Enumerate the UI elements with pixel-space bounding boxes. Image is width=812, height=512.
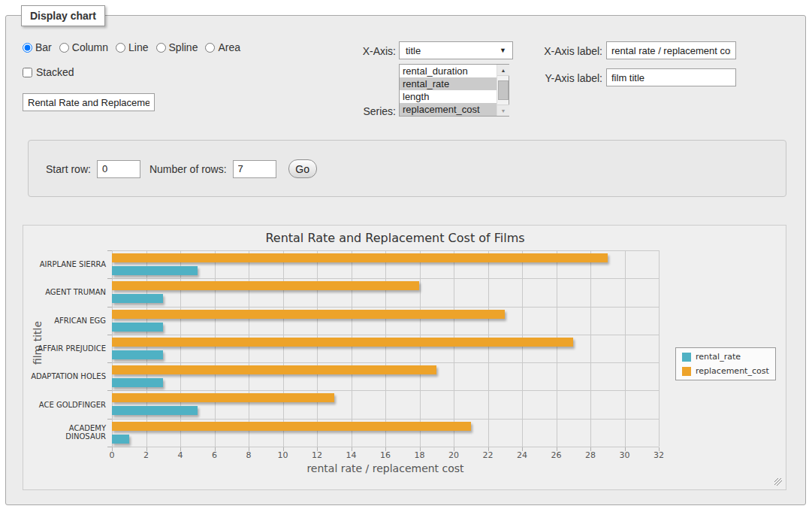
gridline — [112, 447, 659, 447]
bar-replacement_cost[interactable] — [112, 281, 419, 290]
go-button[interactable]: Go — [288, 159, 317, 178]
chart-type-option-spline[interactable]: Spline — [156, 41, 198, 53]
scroll-down-icon[interactable]: ▼ — [497, 105, 509, 116]
bar-rental_rate[interactable] — [112, 323, 163, 332]
bar-replacement_cost[interactable] — [112, 253, 608, 262]
legend-item-rental_rate[interactable]: rental_rate — [682, 352, 769, 362]
x-tick-label: 10 — [278, 450, 288, 460]
x-axis-label-input[interactable] — [606, 41, 736, 59]
series-listbox-label: Series: — [342, 105, 396, 117]
radio-label: Area — [218, 41, 240, 53]
bar-replacement_cost[interactable] — [112, 393, 334, 402]
bar-replacement_cost[interactable] — [112, 310, 505, 319]
resize-grip-icon[interactable] — [774, 478, 782, 486]
radio-label: Spline — [169, 41, 198, 53]
category-row — [112, 250, 659, 278]
bar-replacement_cost[interactable] — [112, 422, 471, 431]
bar-rental_rate[interactable] — [112, 266, 198, 275]
series-option-length[interactable]: length — [400, 90, 497, 103]
y-axis-label: AGENT TRUMAN — [29, 278, 106, 306]
stacked-option[interactable]: Stacked — [23, 66, 74, 78]
chart-type-option-column[interactable]: Column — [59, 41, 108, 53]
y-axis-label: AFRICAN EGG — [29, 307, 106, 335]
chart-legend: rental_ratereplacement_cost — [675, 347, 776, 380]
chart-title: Rental Rate and Replacement Cost of Film… — [23, 231, 767, 245]
plot-area — [112, 250, 659, 447]
bar-replacement_cost[interactable] — [112, 338, 573, 347]
x-tick-label: 18 — [415, 450, 425, 460]
series-listbox-options: rental_durationrental_ratelengthreplacem… — [400, 65, 497, 116]
x-tick-label: 12 — [312, 450, 322, 460]
chart-type-option-line[interactable]: Line — [116, 41, 148, 53]
series-option-replacement_cost[interactable]: replacement_cost — [400, 103, 497, 116]
radio-label: Bar — [35, 41, 52, 53]
category-row — [112, 419, 659, 447]
stacked-label: Stacked — [36, 66, 74, 78]
stacked-checkbox[interactable] — [23, 68, 32, 77]
scroll-up-icon[interactable]: ▲ — [497, 65, 509, 76]
bar-rental_rate[interactable] — [112, 406, 198, 415]
series-listbox[interactable]: rental_durationrental_ratelengthreplacem… — [399, 64, 509, 117]
radio-label: Line — [128, 41, 148, 53]
y-tick-mark — [107, 447, 112, 447]
series-option-rental_rate[interactable]: rental_rate — [400, 77, 497, 90]
x-tick-label: 20 — [448, 450, 459, 460]
category-row — [112, 335, 659, 362]
y-axis-label: ACE GOLDFINGER — [29, 390, 106, 418]
x-tick-label: 8 — [246, 450, 252, 460]
y-axis-label: ADAPTATION HOLES — [29, 362, 106, 390]
fieldset-legend: Display chart — [21, 5, 105, 26]
x-axis-label-caption: X-Axis label: — [535, 45, 602, 57]
bar-replacement_cost[interactable] — [112, 365, 436, 374]
chart-title-input[interactable] — [23, 93, 155, 111]
gridline — [659, 250, 660, 447]
category-row — [112, 278, 659, 306]
y-axis-label: AFFAIR PREJUDICE — [29, 335, 106, 362]
bar-rental_rate[interactable] — [112, 294, 163, 303]
x-tick-label: 14 — [346, 450, 357, 460]
row-range-panel: Start row: Number of rows: Go — [28, 140, 786, 197]
chart-type-group: BarColumnLineSplineArea — [23, 41, 245, 53]
start-row-input[interactable] — [97, 160, 140, 178]
dropdown-arrow-icon: ▼ — [500, 47, 506, 54]
x-tick-label: 2 — [143, 450, 149, 460]
x-tick-label: 4 — [178, 450, 183, 460]
radio-line[interactable] — [116, 43, 125, 53]
x-axis-selected-value: title — [406, 45, 421, 56]
start-row-label: Start row: — [46, 163, 91, 175]
scrollbar-thumb[interactable] — [498, 80, 509, 100]
radio-area[interactable] — [205, 43, 215, 53]
num-rows-input[interactable] — [233, 160, 276, 178]
x-tick-label: 6 — [212, 450, 217, 460]
chart-y-axis-labels: AIRPLANE SIERRAAGENT TRUMANAFRICAN EGGAF… — [29, 250, 106, 447]
legend-swatch — [682, 353, 691, 362]
y-axis-label: ACADEMY DINOSAUR — [29, 419, 106, 447]
category-row — [112, 362, 659, 390]
legend-label: replacement_cost — [696, 366, 769, 376]
radio-bar[interactable] — [23, 43, 32, 53]
x-tick-label: 28 — [585, 450, 596, 460]
y-axis-label-input[interactable] — [606, 68, 736, 86]
radio-spline[interactable] — [156, 43, 166, 53]
legend-item-replacement_cost[interactable]: replacement_cost — [682, 366, 769, 376]
category-row — [112, 307, 659, 335]
category-row — [112, 390, 659, 418]
radio-label: Column — [72, 41, 108, 53]
chart-type-option-bar[interactable]: Bar — [23, 41, 52, 53]
chart-container: Rental Rate and Replacement Cost of Film… — [23, 225, 786, 490]
legend-swatch — [682, 367, 691, 376]
bar-rental_rate[interactable] — [112, 435, 129, 444]
y-axis-label-caption: Y-Axis label: — [535, 72, 602, 84]
x-tick-label: 22 — [483, 450, 494, 460]
radio-column[interactable] — [59, 43, 69, 53]
series-option-rental_duration[interactable]: rental_duration — [400, 65, 497, 77]
chart-x-tick-labels: 02468101214161820222426283032 — [112, 450, 659, 461]
chart-type-option-area[interactable]: Area — [205, 41, 240, 53]
x-tick-label: 0 — [110, 450, 115, 460]
bar-rental_rate[interactable] — [112, 350, 163, 359]
x-tick-label: 30 — [620, 450, 630, 460]
series-listbox-scrollbar[interactable]: ▲ ▼ — [497, 65, 509, 116]
x-axis-select[interactable]: title ▼ — [399, 41, 513, 59]
bar-rental_rate[interactable] — [112, 378, 163, 387]
num-rows-label: Number of rows: — [149, 163, 227, 175]
